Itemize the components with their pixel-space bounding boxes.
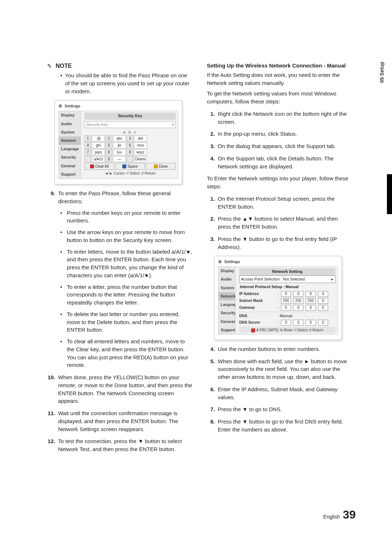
thumb-index — [387, 174, 392, 214]
yellow-chip-icon — [154, 164, 158, 168]
step-number: 1. — [207, 110, 215, 126]
abc-indicator: a b c — [85, 130, 176, 135]
sidebar-item: Display — [59, 111, 81, 119]
sidebar-item: System — [59, 128, 81, 136]
ip-octet: 0 — [293, 305, 303, 311]
ips-label: Internet Protocol Setup : Manual — [240, 284, 335, 290]
step-number: 8. — [207, 418, 215, 434]
keypad-key: def — [134, 135, 147, 142]
osd-network-setting: ⚙ Settings Display Audio System Network … — [214, 256, 342, 340]
security-key-input: Security Key 0 — [85, 121, 176, 128]
step-text: When done with each field, use the ► but… — [218, 357, 352, 381]
red-chip-icon — [90, 164, 94, 168]
step-text: When done, press the YELLOW(C) button on… — [58, 373, 192, 405]
note-icon: ✎ — [47, 63, 52, 69]
step-text: In the pop-up menu, click Status. — [218, 130, 297, 138]
keypad-key — [127, 156, 133, 162]
dns-value: : Manual — [278, 313, 292, 319]
osd-sidebar: Display Audio System Network Language Se… — [59, 111, 81, 179]
ip-octet: 0 — [306, 305, 316, 311]
sidebar-item: Support — [59, 170, 81, 179]
ip-octet: 0 — [306, 320, 316, 326]
keypad-key: ghi — [92, 142, 105, 148]
paragraph: To get the Network setting values from m… — [207, 90, 352, 106]
osd-panel-title: Security Key — [85, 112, 176, 120]
keypad-key: 5 — [106, 142, 112, 148]
dnss-label: DNS Server — [239, 320, 275, 325]
sidebar-item: System — [219, 284, 235, 292]
ip-octet: 255 — [306, 298, 316, 304]
sm-label: Subnet Mask — [239, 298, 275, 303]
sidebar-item: General — [59, 162, 81, 170]
osd-sidebar: Display Audio System Network Language Se… — [219, 267, 236, 334]
sub-step: Use the arrow keys on your remote to mov… — [67, 228, 192, 244]
note-label: NOTE — [56, 63, 72, 69]
step-number: 4. — [207, 345, 215, 353]
step-text: Wait until the connection confirmation m… — [58, 409, 192, 433]
access-point-row: Access Point Selection : Not Selected▸ — [239, 275, 335, 283]
sidebar-item: Network — [59, 136, 81, 145]
sub-step: Press the number keys on your remote to … — [67, 209, 192, 225]
step-number: 11. — [47, 409, 55, 433]
keypad-key: pqrs — [92, 149, 105, 155]
osd-security-key: ⚙ Settings Display Audio System Network … — [54, 100, 182, 184]
input-placeholder: Security Key — [86, 122, 108, 127]
step-number: 2. — [207, 215, 215, 231]
footer-language: English — [323, 514, 340, 520]
keypad-key: tuv — [113, 149, 126, 155]
keypad-key: mno — [134, 142, 147, 148]
step-text: Use the number buttons to enter numbers. — [218, 345, 320, 353]
step-text: Press the ▼ button to go to the first DN… — [218, 418, 352, 434]
keypad-key: wxyz — [134, 149, 147, 155]
ip-octet: 0 — [306, 291, 316, 297]
ip-octet: 255 — [293, 298, 303, 304]
sidebar-item: Language — [219, 300, 235, 309]
ip-octet: 0 — [318, 305, 328, 311]
sub-step: To delete the last letter or number you … — [67, 310, 192, 334]
keypad-key: jkl — [113, 142, 126, 148]
keypad-key: 1 — [85, 135, 91, 142]
sidebar-item: Network — [219, 292, 235, 300]
keypad-key: a/A/1/★ — [92, 156, 105, 162]
sub-step: To enter letters, move to the button lab… — [67, 248, 192, 279]
right-column: Setting Up the Wireless Network Connecti… — [207, 62, 352, 453]
keypad-key: .@ — [92, 135, 105, 142]
step-text: Press the ▼ button to go to the first en… — [218, 235, 352, 251]
keypad-key: 3 — [127, 135, 133, 142]
keypad-key: — — [113, 156, 126, 162]
sidebar-item: Language — [59, 145, 81, 153]
step-text: To enter the Pass Phrase, follow these g… — [58, 189, 192, 205]
osd-panel-title: Network Setting — [239, 268, 335, 275]
step-text: On the dialog that appears, click the Su… — [218, 142, 336, 150]
ip-octet: 0 — [281, 291, 291, 297]
note-heading: ✎ NOTE — [47, 62, 192, 70]
step-text: On the Internet Protocol Setup screen, p… — [218, 195, 352, 211]
keypad-key: 0 — [106, 156, 112, 162]
step-number: 6. — [207, 385, 215, 401]
chevron-right-icon: ▸ — [331, 277, 334, 282]
step-number: 4. — [207, 155, 215, 171]
keypad-key: 9 — [127, 149, 133, 155]
paragraph: If the Auto Setting does not work, you n… — [207, 71, 352, 87]
osd-helpbar: ◄/► Cursor ⏎ Select ↺ Return — [85, 170, 176, 176]
ip-octet: 0 — [318, 320, 328, 326]
ip-octet: 0 — [281, 305, 291, 311]
ip-octet: 0 — [318, 291, 328, 297]
sidebar-item: Security — [219, 309, 235, 317]
ip-octet: 255 — [281, 298, 291, 304]
sidebar-item: Support — [219, 326, 235, 334]
keypad-key: abc — [113, 135, 126, 142]
paragraph: To Enter the Network settings into your … — [207, 175, 352, 191]
keypad-key: 2 — [106, 135, 112, 142]
blue-chip-icon — [122, 164, 126, 168]
osd-settings-label: Settings — [224, 259, 240, 264]
left-column: ✎ NOTE ▪ You should be able to find the … — [47, 62, 192, 453]
sidebar-item: Audio — [59, 120, 81, 128]
sidebar-item: General — [219, 318, 235, 326]
step-text: Right click the Network icon on the bott… — [218, 110, 352, 126]
osd-settings-label: Settings — [65, 104, 80, 108]
dns-label: DNS — [239, 313, 275, 319]
side-tab: 05 Setup — [379, 62, 385, 83]
sidebar-item: Audio — [219, 275, 235, 283]
space-button: Space — [115, 163, 145, 170]
